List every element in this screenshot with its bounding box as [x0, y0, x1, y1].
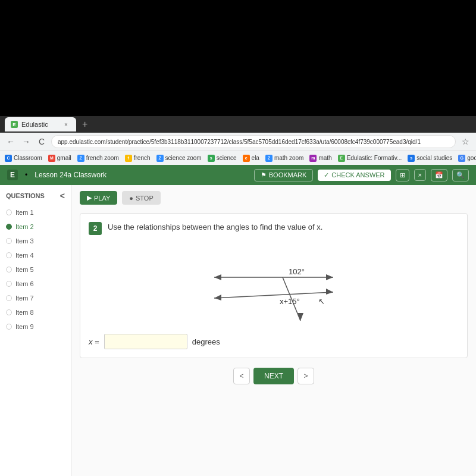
- next-button[interactable]: NEXT: [253, 368, 294, 384]
- bookmark-science[interactable]: s science: [208, 155, 237, 162]
- question-number: 2: [89, 222, 102, 235]
- sidebar-collapse-button[interactable]: <: [60, 191, 65, 201]
- diagram-area: 102° x+15° ↖: [89, 245, 459, 322]
- bookmark-math-zoom-label: math zoom: [274, 155, 303, 161]
- close-button[interactable]: ×: [414, 169, 426, 181]
- stop-button[interactable]: ● STOP: [122, 191, 160, 205]
- sidebar-item-item2[interactable]: Item 2: [0, 220, 71, 234]
- bookmark-star-icon[interactable]: ☆: [459, 136, 471, 148]
- bookmark-google[interactable]: G google: [458, 155, 476, 162]
- bookmark-french-zoom-label: french zoom: [86, 155, 119, 161]
- sidebar-item-item8[interactable]: Item 8: [0, 305, 71, 320]
- next-arrow-button[interactable]: >: [298, 368, 314, 384]
- bookmark-french-label: french: [134, 155, 151, 161]
- bookmark-edulastic-favicon: E: [338, 155, 345, 162]
- browser-chrome: E Edulastic × + ← → C ☆ C Classroom M gm…: [0, 116, 476, 165]
- svg-text:x+15°: x+15°: [280, 297, 300, 306]
- angle-diagram: 102° x+15° ↖: [196, 245, 351, 322]
- bookmark-french-zoom-favicon: Z: [77, 155, 84, 162]
- bookmark-math-zoom-favicon: Z: [265, 155, 273, 162]
- item8-dot: [6, 309, 12, 315]
- sidebar-item-item6[interactable]: Item 6: [0, 277, 71, 291]
- bookmark-science-zoom-label: science zoom: [165, 155, 202, 161]
- bookmark-math-label: math: [318, 155, 331, 161]
- sidebar-header: QUESTIONS <: [0, 191, 71, 205]
- play-button[interactable]: ▶ PLAY: [80, 191, 117, 205]
- bookmark-social-favicon: s: [408, 155, 415, 162]
- item2-label: Item 2: [15, 223, 34, 230]
- app-logo-icon: E: [7, 170, 18, 180]
- bookmark-math-zoom[interactable]: Z math zoom: [265, 155, 303, 162]
- bottom-nav: < NEXT >: [80, 368, 468, 389]
- answer-label: x =: [89, 337, 99, 346]
- address-input[interactable]: [51, 135, 456, 148]
- item9-dot: [6, 324, 12, 330]
- item8-label: Item 8: [15, 309, 34, 316]
- svg-text:↖: ↖: [318, 297, 325, 306]
- item3-dot: [6, 238, 12, 244]
- sidebar-item-item7[interactable]: Item 7: [0, 291, 71, 305]
- bookmark-french-favicon: f: [125, 155, 132, 162]
- playback-row: ▶ PLAY ● STOP: [80, 191, 468, 205]
- tab-close-button[interactable]: ×: [62, 120, 70, 129]
- svg-marker-2: [326, 274, 333, 280]
- bookmark-gmail-label: gmail: [57, 155, 71, 161]
- bookmark-classroom-favicon: C: [5, 155, 12, 162]
- bookmark-google-label: google: [467, 155, 476, 161]
- bookmark-classroom-label: Classroom: [14, 155, 42, 161]
- tab-title: Edulastic: [21, 121, 48, 128]
- bookmark-ela-favicon: e: [243, 155, 250, 162]
- svg-marker-5: [326, 289, 333, 295]
- item5-dot: [6, 267, 12, 273]
- question-container: 2 Use the relationships between the angl…: [80, 213, 468, 358]
- header-right: ⚑ BOOKMARK ✓ CHECK ANSWER ⊞ × 📅 🔍: [254, 169, 469, 181]
- bookmark-ela-label: ela: [252, 155, 259, 161]
- question-header: 2 Use the relationships between the angl…: [89, 222, 459, 235]
- bookmark-math[interactable]: m math: [309, 155, 331, 162]
- new-tab-button[interactable]: +: [79, 119, 91, 130]
- calendar-icon-button[interactable]: 📅: [431, 169, 447, 181]
- active-tab[interactable]: E Edulastic ×: [5, 117, 76, 131]
- search-icon-button[interactable]: 🔍: [452, 169, 469, 181]
- item4-dot: [6, 252, 12, 258]
- bookmark-button[interactable]: ⚑ BOOKMARK: [254, 169, 314, 181]
- svg-marker-1: [214, 274, 221, 280]
- bookmark-french-zoom[interactable]: Z french zoom: [77, 155, 119, 162]
- svg-line-3: [214, 292, 333, 298]
- item6-dot: [6, 281, 12, 287]
- sidebar-item-item3[interactable]: Item 3: [0, 234, 71, 248]
- answer-input[interactable]: [104, 334, 187, 349]
- bookmark-edulastic[interactable]: E Edulastic: Formativ...: [338, 155, 402, 162]
- grid-icon-button[interactable]: ⊞: [396, 169, 409, 181]
- tab-favicon: E: [11, 121, 18, 128]
- bookmark-social[interactable]: s social studies: [408, 155, 452, 162]
- check-answer-button[interactable]: ✓ CHECK ANSWER: [318, 170, 390, 181]
- item3-label: Item 3: [15, 237, 34, 245]
- sidebar-item-item5[interactable]: Item 5: [0, 262, 71, 277]
- bookmark-social-label: social studies: [416, 155, 452, 161]
- bookmark-ela[interactable]: e ela: [243, 155, 259, 162]
- sidebar-item-item4[interactable]: Item 4: [0, 248, 71, 262]
- bookmark-science-label: science: [217, 155, 237, 161]
- bookmark-math-favicon: m: [309, 155, 317, 162]
- sidebar-item-item1[interactable]: Item 1: [0, 205, 71, 220]
- sidebar-item-item9[interactable]: Item 9: [0, 320, 71, 334]
- stop-label: STOP: [136, 195, 154, 202]
- bookmark-gmail[interactable]: M gmail: [48, 155, 71, 162]
- play-label: PLAY: [94, 195, 110, 202]
- question-text: Use the relationships between the angles…: [108, 222, 322, 233]
- main-content: QUESTIONS < Item 1 Item 2 Item 3 Item 4: [0, 185, 476, 476]
- back-button[interactable]: ←: [5, 136, 17, 148]
- answer-row: x = degrees: [89, 334, 459, 349]
- tab-bar: E Edulastic × +: [0, 116, 476, 133]
- degrees-label: degrees: [192, 337, 220, 346]
- prev-button[interactable]: <: [233, 368, 250, 384]
- forward-button[interactable]: →: [20, 136, 32, 148]
- bookmark-classroom[interactable]: C Classroom: [5, 155, 42, 162]
- stop-icon: ●: [129, 195, 133, 202]
- item1-label: Item 1: [15, 209, 34, 216]
- item4-label: Item 4: [15, 252, 34, 259]
- bookmark-science-zoom[interactable]: Z science zoom: [156, 155, 202, 162]
- refresh-button[interactable]: C: [36, 136, 48, 148]
- bookmark-french[interactable]: f french: [125, 155, 151, 162]
